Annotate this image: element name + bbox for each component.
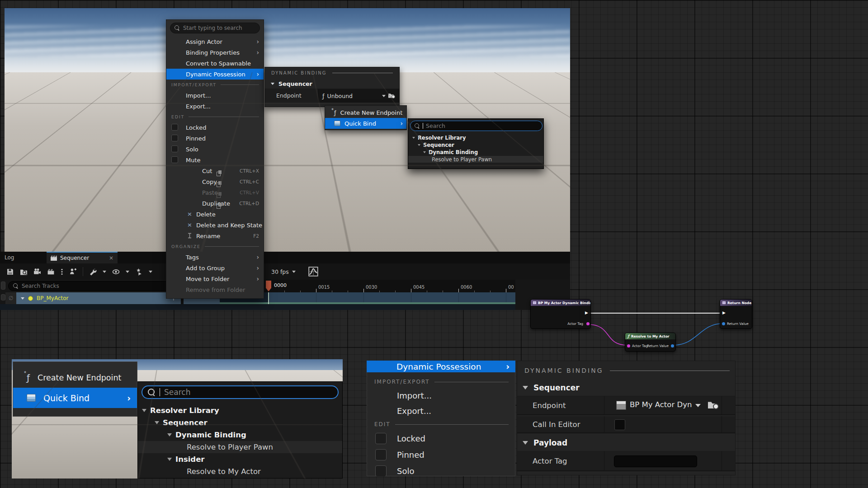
call-in-editor-checkbox[interactable] xyxy=(614,419,625,430)
collapse-triangle-icon[interactable] xyxy=(418,144,420,146)
menu-item-solo[interactable]: Solo xyxy=(367,463,515,476)
endpoint-dropdown[interactable]: ƒ Unbound xyxy=(318,89,399,103)
quick-bind-search-input[interactable] xyxy=(426,122,538,129)
playhead-marker[interactable] xyxy=(266,281,271,291)
category-sequencer[interactable]: Sequencer xyxy=(517,379,735,396)
save-icon[interactable] xyxy=(6,268,14,276)
eye-icon[interactable] xyxy=(112,268,120,276)
menu-item-tags[interactable]: Tags› xyxy=(166,252,264,263)
menu-item-export[interactable]: Export... xyxy=(367,403,515,418)
menu-item-import[interactable]: Import... xyxy=(367,388,515,403)
chevron-down-icon[interactable] xyxy=(695,404,701,407)
node-bp-my-actor-dynamic-binding[interactable]: BP My Actor Dynamic Binding 1 ▶ Actor Ta… xyxy=(530,299,591,329)
tree-item-sequencer[interactable]: Sequencer xyxy=(138,417,342,429)
actor-tag-input[interactable] xyxy=(614,455,697,467)
collapse-triangle-icon[interactable] xyxy=(142,409,146,412)
tree-item-sequencer[interactable]: Sequencer xyxy=(408,141,543,148)
browse-icon[interactable] xyxy=(388,93,396,99)
camera-icon[interactable] xyxy=(33,268,41,276)
mute-deactivate-cell[interactable]: ∅ xyxy=(5,292,16,304)
menu-item-quick-bind[interactable]: Quick Bind › xyxy=(325,118,406,129)
expand-triangle-icon[interactable] xyxy=(21,297,24,300)
node-return-node[interactable]: Return Node ▶ Return Value xyxy=(720,299,752,329)
menu-item-quick-bind[interactable]: Quick Bind › xyxy=(13,388,137,408)
tree-item-dynamic-binding[interactable]: Dynamic Binding xyxy=(138,429,342,441)
pinned-checkbox[interactable] xyxy=(375,449,387,460)
collapse-triangle-icon[interactable] xyxy=(523,441,528,445)
wrench-icon[interactable] xyxy=(89,268,97,276)
tab-log[interactable]: Log xyxy=(5,252,14,263)
tree-item-resolve-to-my-actor[interactable]: Resolve to My Actor xyxy=(138,465,342,478)
solo-checkbox[interactable] xyxy=(171,145,178,152)
menu-item-import[interactable]: Import... xyxy=(166,90,264,101)
menu-item-paste[interactable]: PasteCTRL+V xyxy=(166,187,264,198)
menu-item-binding-properties[interactable]: Binding Properties› xyxy=(166,47,264,58)
pinned-checkbox[interactable] xyxy=(171,135,178,141)
menu-item-delete-keep-state[interactable]: ×Delete and Keep State xyxy=(166,220,264,230)
return-value-input-pin[interactable] xyxy=(722,322,725,325)
menu-item-pinned[interactable]: Pinned xyxy=(166,133,264,144)
category-sequencer[interactable]: Sequencer xyxy=(265,79,399,89)
locked-checkbox[interactable] xyxy=(375,433,387,444)
menu-item-dynamic-possession[interactable]: Dynamic Possession › xyxy=(367,361,515,372)
menu-item-convert-to-spawnable[interactable]: Convert to Spawnable xyxy=(166,58,264,69)
browse-icon[interactable] xyxy=(708,401,719,410)
menu-search-input[interactable] xyxy=(183,25,255,31)
fps-dropdown[interactable]: 30 fps xyxy=(271,263,296,280)
menu-item-add-to-group[interactable]: Add to Group› xyxy=(166,263,264,273)
locked-checkbox[interactable] xyxy=(171,124,178,131)
collapse-triangle-icon[interactable] xyxy=(523,386,528,389)
menu-item-solo[interactable]: Solo xyxy=(166,144,264,155)
menu-item-mute[interactable]: Mute xyxy=(166,155,264,165)
menu-search-field[interactable] xyxy=(170,23,260,33)
collapse-triangle-icon[interactable] xyxy=(167,433,172,436)
actor-tag-input-pin[interactable] xyxy=(627,344,630,347)
tree-item-resolve-to-player-pawn[interactable]: Resolve to Player Pawn xyxy=(138,441,342,453)
menu-item-locked[interactable]: Locked xyxy=(367,430,515,446)
curve-editor-icon[interactable] xyxy=(308,267,318,277)
track-header-bp-myactor[interactable]: BP_MyActor + xyxy=(16,292,181,304)
chevron-down-icon[interactable] xyxy=(382,95,386,97)
collapse-triangle-icon[interactable] xyxy=(271,83,274,85)
exec-input-pin[interactable]: ▶ xyxy=(722,311,726,315)
category-payload[interactable]: Payload xyxy=(517,434,735,451)
collapse-triangle-icon[interactable] xyxy=(423,151,426,153)
panel-stub[interactable] xyxy=(1,282,5,290)
return-value-output-pin[interactable] xyxy=(671,344,674,347)
tree-item-resolver-library[interactable]: Resolver Library xyxy=(408,134,543,141)
menu-item-locked[interactable]: Locked xyxy=(166,122,264,133)
browse-sequence-icon[interactable] xyxy=(20,268,28,276)
render-movie-icon[interactable] xyxy=(47,268,55,276)
timeline-ruler[interactable]: 0015 0030 0045 0060 00 0000 xyxy=(253,280,515,292)
wrench-chevron-icon[interactable] xyxy=(103,271,106,273)
menu-item-create-new-endpoint[interactable]: ƒ Create New Endpoint xyxy=(325,107,406,118)
tab-sequencer[interactable]: Sequencer × xyxy=(47,252,118,263)
panel-stub[interactable] xyxy=(1,294,5,300)
node-resolve-to-my-actor[interactable]: ƒ Resolve to My Actor Actor Tag Return V… xyxy=(625,333,676,352)
menu-item-duplicate[interactable]: DuplicateCTRL+D xyxy=(166,198,264,209)
menu-item-assign-actor[interactable]: Assign Actor› xyxy=(166,36,264,47)
menu-item-create-new-endpoint[interactable]: ƒ Create New Endpoint xyxy=(13,367,137,388)
node-header[interactable]: BP My Actor Dynamic Binding 1 xyxy=(531,300,590,306)
quick-bind-search-field[interactable] xyxy=(410,121,542,131)
exec-output-pin[interactable]: ▶ xyxy=(585,311,588,315)
tab-close-icon[interactable]: × xyxy=(109,255,113,261)
menu-item-rename[interactable]: RenameF2 xyxy=(166,230,264,241)
actor-hierarchy-icon[interactable] xyxy=(69,268,77,276)
tree-item-insider[interactable]: Insider xyxy=(138,453,342,465)
collapse-triangle-icon[interactable] xyxy=(412,137,415,139)
quick-bind-search-field[interactable] xyxy=(142,385,339,399)
node-header[interactable]: Return Node xyxy=(720,300,752,306)
mute-checkbox[interactable] xyxy=(171,156,178,163)
menu-item-move-to-folder[interactable]: Move to Folder› xyxy=(166,273,264,284)
menu-item-copy[interactable]: CopyCTRL+C xyxy=(166,176,264,187)
tree-item-resolver-library[interactable]: Resolver Library xyxy=(138,404,342,417)
tree-item-resolve-to-player-pawn[interactable]: Resolve to Player Pawn xyxy=(408,156,543,163)
menu-item-dynamic-possession[interactable]: Dynamic Possession› xyxy=(166,69,264,80)
menu-item-pinned[interactable]: Pinned xyxy=(367,446,515,463)
playback-options-icon[interactable] xyxy=(135,268,143,276)
menu-item-export[interactable]: Export... xyxy=(166,101,264,112)
solo-checkbox[interactable] xyxy=(375,465,387,477)
collapse-triangle-icon[interactable] xyxy=(167,458,172,461)
menu-item-delete[interactable]: ×Delete xyxy=(166,209,264,220)
